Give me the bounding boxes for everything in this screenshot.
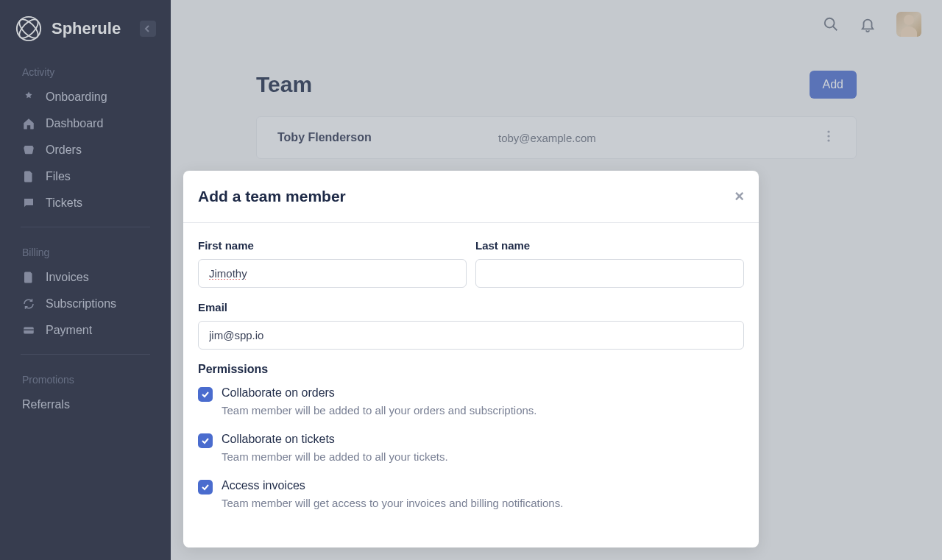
- last-name-field[interactable]: [475, 259, 744, 288]
- first-name-label: First name: [198, 239, 467, 252]
- modal-title: Add a team member: [198, 188, 346, 205]
- add-team-member-modal: Add a team member × First name Last name…: [183, 171, 759, 547]
- permission-label: Collaborate on orders: [222, 386, 744, 400]
- permission-label: Collaborate on tickets: [222, 433, 744, 446]
- check-icon: [201, 390, 210, 399]
- modal-header: Add a team member ×: [183, 171, 759, 223]
- checkbox-orders[interactable]: [198, 387, 213, 402]
- permission-desc: Team member will be added to all your ti…: [222, 450, 744, 463]
- permission-collaborate-orders: Collaborate on orders Team member will b…: [198, 386, 744, 417]
- check-icon: [201, 436, 210, 445]
- close-button[interactable]: ×: [734, 187, 744, 206]
- permission-collaborate-tickets: Collaborate on tickets Team member will …: [198, 433, 744, 463]
- permissions-title: Permissions: [198, 363, 744, 376]
- email-field[interactable]: [198, 321, 744, 350]
- email-label: Email: [198, 301, 744, 313]
- close-icon: ×: [734, 187, 744, 205]
- last-name-label: Last name: [475, 239, 744, 252]
- checkbox-tickets[interactable]: [198, 433, 213, 448]
- modal-body: First name Last name Email Permissions C…: [183, 223, 759, 547]
- checkbox-invoices[interactable]: [198, 480, 213, 495]
- permission-desc: Team member will get access to your invo…: [222, 497, 744, 509]
- check-icon: [201, 483, 210, 492]
- permission-desc: Team member will be added to all your or…: [222, 404, 744, 417]
- first-name-field[interactable]: [198, 259, 467, 288]
- permission-label: Access invoices: [222, 479, 744, 492]
- permission-access-invoices: Access invoices Team member will get acc…: [198, 479, 744, 509]
